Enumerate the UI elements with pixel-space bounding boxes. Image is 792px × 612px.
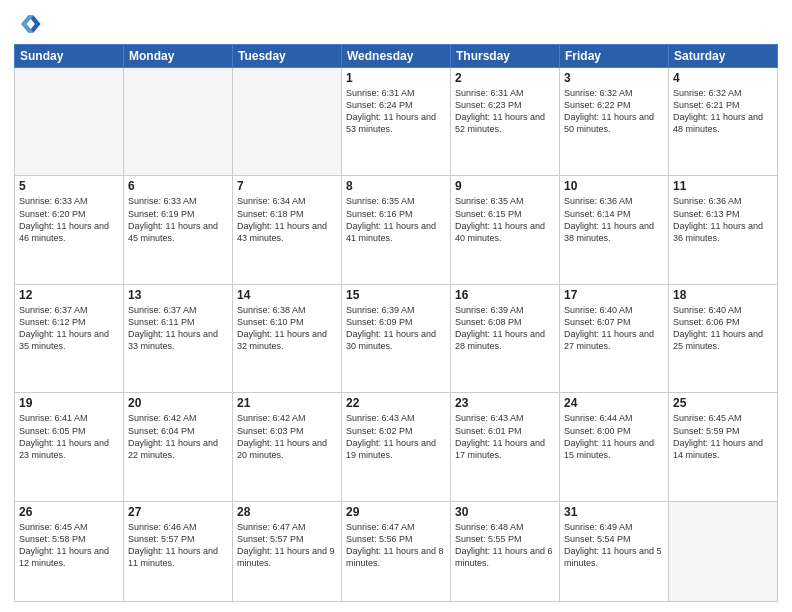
weekday-header: Thursday <box>451 45 560 68</box>
day-info: Sunrise: 6:36 AM Sunset: 6:14 PM Dayligh… <box>564 195 664 244</box>
day-info: Sunrise: 6:43 AM Sunset: 6:02 PM Dayligh… <box>346 412 446 461</box>
day-info: Sunrise: 6:47 AM Sunset: 5:56 PM Dayligh… <box>346 521 446 570</box>
weekday-header: Tuesday <box>233 45 342 68</box>
day-number: 8 <box>346 179 446 193</box>
day-info: Sunrise: 6:31 AM Sunset: 6:23 PM Dayligh… <box>455 87 555 136</box>
day-number: 18 <box>673 288 773 302</box>
day-info: Sunrise: 6:39 AM Sunset: 6:08 PM Dayligh… <box>455 304 555 353</box>
calendar-cell <box>669 501 778 601</box>
calendar-cell: 14Sunrise: 6:38 AM Sunset: 6:10 PM Dayli… <box>233 284 342 392</box>
day-number: 23 <box>455 396 555 410</box>
day-number: 13 <box>128 288 228 302</box>
day-info: Sunrise: 6:45 AM Sunset: 5:59 PM Dayligh… <box>673 412 773 461</box>
calendar-cell: 18Sunrise: 6:40 AM Sunset: 6:06 PM Dayli… <box>669 284 778 392</box>
day-number: 24 <box>564 396 664 410</box>
weekday-header: Sunday <box>15 45 124 68</box>
calendar-cell: 9Sunrise: 6:35 AM Sunset: 6:15 PM Daylig… <box>451 176 560 284</box>
day-number: 1 <box>346 71 446 85</box>
calendar-week-row: 5Sunrise: 6:33 AM Sunset: 6:20 PM Daylig… <box>15 176 778 284</box>
day-info: Sunrise: 6:37 AM Sunset: 6:12 PM Dayligh… <box>19 304 119 353</box>
calendar-cell: 6Sunrise: 6:33 AM Sunset: 6:19 PM Daylig… <box>124 176 233 284</box>
day-info: Sunrise: 6:33 AM Sunset: 6:19 PM Dayligh… <box>128 195 228 244</box>
day-info: Sunrise: 6:45 AM Sunset: 5:58 PM Dayligh… <box>19 521 119 570</box>
day-number: 26 <box>19 505 119 519</box>
day-info: Sunrise: 6:34 AM Sunset: 6:18 PM Dayligh… <box>237 195 337 244</box>
day-info: Sunrise: 6:37 AM Sunset: 6:11 PM Dayligh… <box>128 304 228 353</box>
day-number: 20 <box>128 396 228 410</box>
page: SundayMondayTuesdayWednesdayThursdayFrid… <box>0 0 792 612</box>
calendar: SundayMondayTuesdayWednesdayThursdayFrid… <box>14 44 778 602</box>
calendar-week-row: 1Sunrise: 6:31 AM Sunset: 6:24 PM Daylig… <box>15 68 778 176</box>
day-number: 29 <box>346 505 446 519</box>
day-info: Sunrise: 6:43 AM Sunset: 6:01 PM Dayligh… <box>455 412 555 461</box>
calendar-cell: 2Sunrise: 6:31 AM Sunset: 6:23 PM Daylig… <box>451 68 560 176</box>
day-number: 5 <box>19 179 119 193</box>
day-number: 21 <box>237 396 337 410</box>
day-info: Sunrise: 6:40 AM Sunset: 6:07 PM Dayligh… <box>564 304 664 353</box>
day-info: Sunrise: 6:49 AM Sunset: 5:54 PM Dayligh… <box>564 521 664 570</box>
calendar-week-row: 19Sunrise: 6:41 AM Sunset: 6:05 PM Dayli… <box>15 393 778 501</box>
day-number: 22 <box>346 396 446 410</box>
day-number: 27 <box>128 505 228 519</box>
day-info: Sunrise: 6:33 AM Sunset: 6:20 PM Dayligh… <box>19 195 119 244</box>
calendar-cell: 27Sunrise: 6:46 AM Sunset: 5:57 PM Dayli… <box>124 501 233 601</box>
calendar-cell: 28Sunrise: 6:47 AM Sunset: 5:57 PM Dayli… <box>233 501 342 601</box>
calendar-cell: 20Sunrise: 6:42 AM Sunset: 6:04 PM Dayli… <box>124 393 233 501</box>
calendar-week-row: 12Sunrise: 6:37 AM Sunset: 6:12 PM Dayli… <box>15 284 778 392</box>
day-info: Sunrise: 6:36 AM Sunset: 6:13 PM Dayligh… <box>673 195 773 244</box>
day-number: 6 <box>128 179 228 193</box>
day-info: Sunrise: 6:32 AM Sunset: 6:21 PM Dayligh… <box>673 87 773 136</box>
day-number: 10 <box>564 179 664 193</box>
day-info: Sunrise: 6:42 AM Sunset: 6:04 PM Dayligh… <box>128 412 228 461</box>
calendar-cell: 30Sunrise: 6:48 AM Sunset: 5:55 PM Dayli… <box>451 501 560 601</box>
calendar-cell: 1Sunrise: 6:31 AM Sunset: 6:24 PM Daylig… <box>342 68 451 176</box>
calendar-cell: 12Sunrise: 6:37 AM Sunset: 6:12 PM Dayli… <box>15 284 124 392</box>
calendar-cell <box>15 68 124 176</box>
weekday-row: SundayMondayTuesdayWednesdayThursdayFrid… <box>15 45 778 68</box>
day-info: Sunrise: 6:41 AM Sunset: 6:05 PM Dayligh… <box>19 412 119 461</box>
calendar-cell: 22Sunrise: 6:43 AM Sunset: 6:02 PM Dayli… <box>342 393 451 501</box>
weekday-header: Saturday <box>669 45 778 68</box>
calendar-cell: 26Sunrise: 6:45 AM Sunset: 5:58 PM Dayli… <box>15 501 124 601</box>
day-number: 30 <box>455 505 555 519</box>
calendar-cell: 24Sunrise: 6:44 AM Sunset: 6:00 PM Dayli… <box>560 393 669 501</box>
day-number: 11 <box>673 179 773 193</box>
day-info: Sunrise: 6:47 AM Sunset: 5:57 PM Dayligh… <box>237 521 337 570</box>
day-number: 28 <box>237 505 337 519</box>
day-info: Sunrise: 6:42 AM Sunset: 6:03 PM Dayligh… <box>237 412 337 461</box>
day-number: 25 <box>673 396 773 410</box>
day-info: Sunrise: 6:35 AM Sunset: 6:16 PM Dayligh… <box>346 195 446 244</box>
day-number: 3 <box>564 71 664 85</box>
weekday-header: Friday <box>560 45 669 68</box>
calendar-cell: 29Sunrise: 6:47 AM Sunset: 5:56 PM Dayli… <box>342 501 451 601</box>
day-number: 31 <box>564 505 664 519</box>
calendar-cell: 13Sunrise: 6:37 AM Sunset: 6:11 PM Dayli… <box>124 284 233 392</box>
calendar-header: SundayMondayTuesdayWednesdayThursdayFrid… <box>15 45 778 68</box>
logo <box>14 10 46 38</box>
day-info: Sunrise: 6:48 AM Sunset: 5:55 PM Dayligh… <box>455 521 555 570</box>
calendar-week-row: 26Sunrise: 6:45 AM Sunset: 5:58 PM Dayli… <box>15 501 778 601</box>
calendar-cell: 19Sunrise: 6:41 AM Sunset: 6:05 PM Dayli… <box>15 393 124 501</box>
header <box>14 10 778 38</box>
day-info: Sunrise: 6:40 AM Sunset: 6:06 PM Dayligh… <box>673 304 773 353</box>
day-number: 15 <box>346 288 446 302</box>
calendar-body: 1Sunrise: 6:31 AM Sunset: 6:24 PM Daylig… <box>15 68 778 602</box>
day-info: Sunrise: 6:32 AM Sunset: 6:22 PM Dayligh… <box>564 87 664 136</box>
calendar-cell: 17Sunrise: 6:40 AM Sunset: 6:07 PM Dayli… <box>560 284 669 392</box>
calendar-cell: 10Sunrise: 6:36 AM Sunset: 6:14 PM Dayli… <box>560 176 669 284</box>
logo-icon <box>14 10 42 38</box>
calendar-cell: 16Sunrise: 6:39 AM Sunset: 6:08 PM Dayli… <box>451 284 560 392</box>
day-info: Sunrise: 6:39 AM Sunset: 6:09 PM Dayligh… <box>346 304 446 353</box>
day-info: Sunrise: 6:46 AM Sunset: 5:57 PM Dayligh… <box>128 521 228 570</box>
day-number: 17 <box>564 288 664 302</box>
day-number: 12 <box>19 288 119 302</box>
calendar-cell: 3Sunrise: 6:32 AM Sunset: 6:22 PM Daylig… <box>560 68 669 176</box>
day-info: Sunrise: 6:44 AM Sunset: 6:00 PM Dayligh… <box>564 412 664 461</box>
day-info: Sunrise: 6:31 AM Sunset: 6:24 PM Dayligh… <box>346 87 446 136</box>
weekday-header: Wednesday <box>342 45 451 68</box>
weekday-header: Monday <box>124 45 233 68</box>
day-number: 7 <box>237 179 337 193</box>
day-number: 9 <box>455 179 555 193</box>
day-info: Sunrise: 6:35 AM Sunset: 6:15 PM Dayligh… <box>455 195 555 244</box>
day-number: 2 <box>455 71 555 85</box>
